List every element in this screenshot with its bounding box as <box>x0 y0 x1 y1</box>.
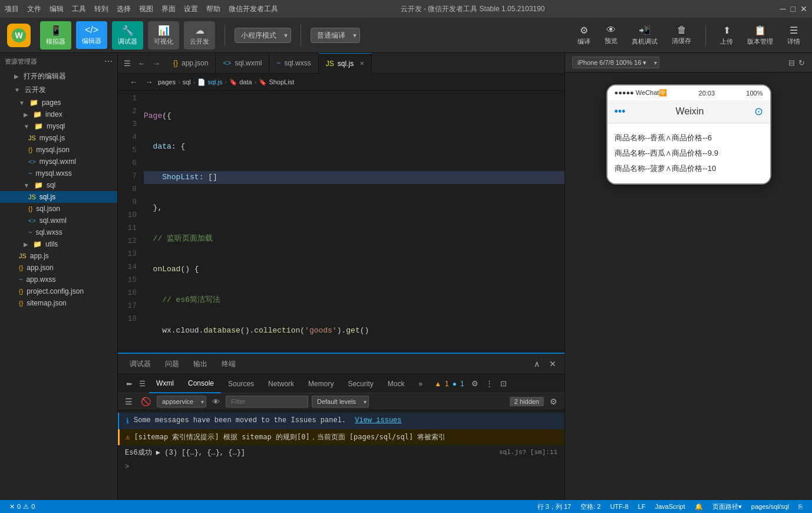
cloud-button[interactable]: ☁ 云开发 <box>184 21 215 50</box>
tab-issues[interactable]: 问题 <box>158 354 186 374</box>
console-sidebar-button[interactable]: ☰ <box>123 396 135 407</box>
sidebar-file-mysql-wxml[interactable]: <> mysql.wxml <box>0 156 117 167</box>
tab-forward-button[interactable]: → <box>149 58 164 69</box>
sidebar-file-sql-wxss[interactable]: ~ sql.wxss <box>0 226 117 238</box>
preview-rotate-button[interactable]: ↻ <box>798 58 805 67</box>
tab-list-button[interactable]: ☰ <box>120 58 134 69</box>
sidebar-file-sitemap[interactable]: {} sitemap.json <box>0 297 117 309</box>
statusbar-line-ending[interactable]: LF <box>633 502 651 511</box>
editor-button[interactable]: </> 编辑器 <box>76 21 107 49</box>
breadcrumb-sql[interactable]: sql <box>183 78 191 86</box>
real-debug-button[interactable]: 📲 真机调试 <box>627 22 662 48</box>
menu-project[interactable]: 项目 <box>5 4 19 14</box>
sidebar-open-editors[interactable]: ▶ 打开的编辑器 <box>0 70 117 83</box>
minimize-button[interactable]: ─ <box>780 4 786 14</box>
device-selector[interactable]: iPhone 6/7/8 100% 16 ▾ <box>572 57 659 68</box>
panel-close-button[interactable]: ✕ <box>546 358 560 370</box>
console-input[interactable] <box>131 463 557 471</box>
sidebar-resource-manager[interactable]: 资源管理器 ⋯ <box>0 53 117 70</box>
menu-settings[interactable]: 设置 <box>184 4 198 14</box>
sidebar-folder-mysql[interactable]: ▼ 📁 mysql <box>0 120 117 132</box>
code-editor[interactable]: 1 2 3 4 5 6 7 8 9 10 11 12 13 14 15 16 1 <box>118 91 565 353</box>
clear-button[interactable]: 🗑 清缓存 <box>667 22 696 48</box>
statusbar-row-col[interactable]: 行 3，列 17 <box>533 502 576 511</box>
tab-debugger[interactable]: 调试器 <box>123 354 158 374</box>
sidebar-file-app-wxss[interactable]: ~ app.wxss <box>0 274 117 285</box>
console-settings-button[interactable]: ⚙ <box>468 378 482 389</box>
tab-sql-wxss[interactable]: ~ sql.wxss <box>269 53 318 74</box>
breadcrumb-pages[interactable]: pages <box>158 78 176 86</box>
breadcrumb-data[interactable]: 🔖 data <box>229 78 252 86</box>
tab-sql-wxml[interactable]: <> sql.wxml <box>216 53 269 74</box>
panel-collapse-button[interactable]: ∧ <box>530 358 543 370</box>
context-select[interactable]: appservice <box>157 396 206 407</box>
statusbar-path-copy[interactable]: ⎘ <box>794 502 807 511</box>
preview-button[interactable]: 👁 预览 <box>600 22 622 48</box>
breadcrumb-shoplist[interactable]: 🔖 ShopList <box>259 78 294 86</box>
compile-mode-select[interactable]: 普通编译 <box>311 28 360 43</box>
devtools-settings-button[interactable]: ☰ <box>136 379 149 389</box>
upload-button[interactable]: ⬆ 上传 <box>715 22 738 48</box>
sidebar-file-app-js[interactable]: JS app.js <box>0 250 117 262</box>
menu-view[interactable]: 视图 <box>139 4 153 14</box>
breadcrumb-forward-button[interactable]: → <box>143 76 156 88</box>
statusbar-encoding[interactable]: UTF-8 <box>605 502 633 511</box>
preview-split-button[interactable]: ⊟ <box>788 58 795 67</box>
sidebar-file-mysql-js[interactable]: JS mysql.js <box>0 132 117 144</box>
breadcrumb-sql-js[interactable]: 📄 sql.js <box>197 78 222 86</box>
sidebar-file-sql-wxml[interactable]: <> sql.wxml <box>0 215 117 226</box>
breadcrumb-back-button[interactable]: ← <box>127 76 140 88</box>
console-detach-button[interactable]: ⊡ <box>497 378 510 389</box>
tab-close-button[interactable]: ✕ <box>359 60 364 67</box>
menu-goto[interactable]: 转到 <box>94 4 108 14</box>
debugger-button[interactable]: 🔧 调试器 <box>112 21 143 50</box>
statusbar-bell[interactable]: 🔔 <box>690 502 708 511</box>
tab-sql-js[interactable]: JS sql.js ✕ <box>319 53 372 74</box>
details-button[interactable]: ☰ 详情 <box>783 22 805 48</box>
console-gear-button[interactable]: ⚙ <box>547 396 560 407</box>
console-log-source[interactable]: sql.js? [sm]:11 <box>499 448 557 458</box>
menu-help[interactable]: 帮助 <box>206 4 220 14</box>
version-mgr-button[interactable]: 📋 版本管理 <box>742 22 778 48</box>
tab-app-json[interactable]: {} app.json <box>166 53 216 74</box>
console-tab-more[interactable]: » <box>411 374 430 393</box>
filter-input[interactable] <box>226 396 308 407</box>
sidebar-file-sql-js[interactable]: JS sql.js <box>0 191 117 203</box>
simulator-button[interactable]: 📱 模拟器 <box>40 21 71 50</box>
eye-button[interactable]: 👁 <box>210 396 222 407</box>
sidebar-file-sql-json[interactable]: {} sql.json <box>0 203 117 215</box>
devtools-nav-button[interactable]: ⬅ <box>123 379 136 389</box>
statusbar-errors[interactable]: ✕ 0 ⚠ 0 <box>5 503 39 511</box>
console-tab-sources[interactable]: Sources <box>221 374 261 393</box>
menu-interface[interactable]: 界面 <box>161 4 176 14</box>
sidebar-cloud-dev[interactable]: ▼ 云开发 <box>0 83 117 97</box>
sidebar-file-mysql-wxss[interactable]: ~ mysql.wxss <box>0 167 117 179</box>
code-content[interactable]: Page({ data: { ShopList: [] }, // 监听页面加载 <box>141 91 565 353</box>
sidebar-folder-pages[interactable]: ▼ 📁 pages <box>0 97 117 108</box>
console-tab-wxml[interactable]: Wxml <box>149 374 181 393</box>
menu-edit[interactable]: 编辑 <box>49 4 64 14</box>
statusbar-path-value[interactable]: pages/sql/sql <box>747 502 794 511</box>
compile-button[interactable]: ⚙ 编译 <box>573 22 595 48</box>
visualize-button[interactable]: 📊 可视化 <box>148 21 179 50</box>
sidebar-folder-sql[interactable]: ▼ 📁 sql <box>0 179 117 191</box>
level-select[interactable]: Default levels <box>312 396 369 407</box>
maximize-button[interactable]: □ <box>791 4 796 14</box>
console-clear-button[interactable]: 🚫 <box>138 396 153 407</box>
console-tab-security[interactable]: Security <box>341 374 380 393</box>
sidebar-file-project-config[interactable]: {} project.config.json <box>0 285 117 297</box>
view-issues-link[interactable]: View issues <box>355 416 401 425</box>
console-tab-console[interactable]: Console <box>181 374 221 393</box>
menu-file[interactable]: 文件 <box>27 4 41 14</box>
console-menu-button[interactable]: ⋮ <box>482 378 497 389</box>
tab-output[interactable]: 输出 <box>186 354 214 374</box>
menu-select[interactable]: 选择 <box>117 4 131 14</box>
console-tab-mock[interactable]: Mock <box>381 374 412 393</box>
statusbar-path[interactable]: 页面路径▾ <box>708 502 747 511</box>
sidebar-folder-utils[interactable]: ▶ 📁 utils <box>0 238 117 250</box>
sidebar-more-button[interactable]: ⋯ <box>104 57 113 66</box>
sidebar-folder-index[interactable]: ▶ 📁 index <box>0 108 117 120</box>
menu-tools[interactable]: 工具 <box>72 4 86 14</box>
sidebar-file-mysql-json[interactable]: {} mysql.json <box>0 144 117 156</box>
console-tab-memory[interactable]: Memory <box>301 374 341 393</box>
